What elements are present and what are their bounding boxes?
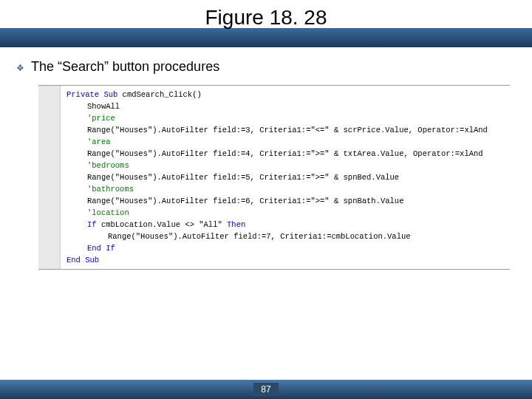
slide-content: ❖ The “Search” button procedures Private… <box>0 46 532 270</box>
slide-header: Figure 18. 28 <box>0 0 532 46</box>
code-line: Range("Houses").AutoFilter field:=7, Cri… <box>66 231 510 242</box>
code-line: Range("Houses").AutoFilter field:=4, Cri… <box>66 148 510 160</box>
code-line: Private Sub cmdSearch_Click() <box>66 89 510 100</box>
code-line: End Sub <box>66 254 510 266</box>
code-gutter <box>38 86 61 269</box>
code-line: 'area <box>66 136 510 148</box>
code-line: 'bathrooms <box>66 183 510 195</box>
header-gradient <box>0 28 532 47</box>
bullet-row: ❖ The “Search” button procedures <box>16 59 517 75</box>
code-line: End If <box>66 242 510 254</box>
code-line: ShowAll <box>66 100 510 112</box>
code-line: 'bedrooms <box>66 160 510 171</box>
code-block: Private Sub cmdSearch_Click()ShowAll'pri… <box>38 85 510 270</box>
code-line: Range("Houses").AutoFilter field:=3, Cri… <box>66 124 510 136</box>
slide-title: Figure 18. 28 <box>0 6 532 30</box>
code-line: Range("Houses").AutoFilter field:=5, Cri… <box>66 171 510 183</box>
page-number: 87 <box>253 383 278 396</box>
code-line: Range("Houses").AutoFilter field:=6, Cri… <box>66 195 510 207</box>
slide-footer: 87 <box>0 380 532 399</box>
code-line: If cmbLocation.Value <> "All" Then <box>66 219 510 231</box>
code-lines: Private Sub cmdSearch_Click()ShowAll'pri… <box>38 86 510 269</box>
bullet-text: The “Search” button procedures <box>31 59 219 75</box>
diamond-bullet-icon: ❖ <box>16 64 24 71</box>
code-line: 'price <box>66 112 510 124</box>
code-line: 'location <box>66 207 510 219</box>
